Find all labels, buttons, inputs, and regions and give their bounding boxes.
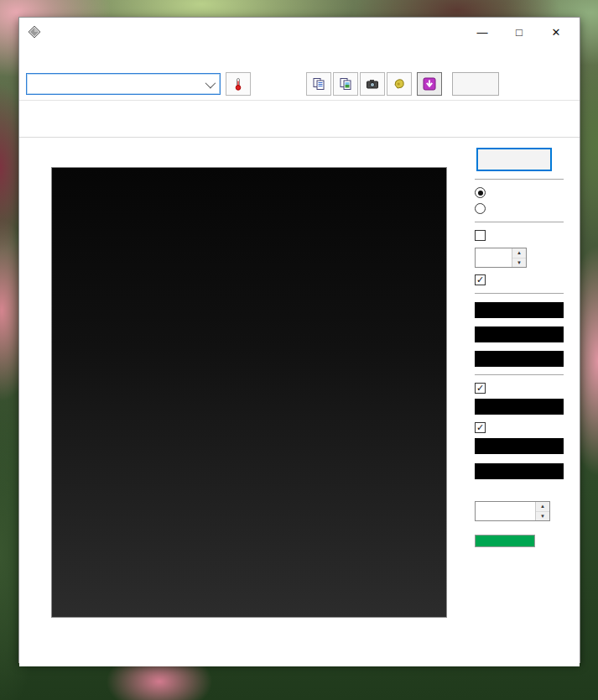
control-panel: ▲▼ ✓ ✓ ✓ (475, 148, 564, 547)
save-results-button[interactable] (417, 72, 442, 96)
title-bar: — □ ✕ (19, 18, 580, 46)
temperature-button[interactable] (226, 72, 251, 96)
donate-button[interactable] (387, 72, 412, 96)
maximize-button[interactable]: □ (507, 23, 531, 41)
spin-up-icon[interactable]: ▲ (536, 502, 549, 512)
copy-text-icon (312, 77, 325, 91)
max-value (475, 326, 564, 342)
pass-count-spinner[interactable]: ▲▼ (475, 501, 550, 521)
menu-help[interactable] (39, 54, 53, 60)
camera-icon (366, 77, 379, 91)
desktop: { "window": { "title": "HD Tune Pro 5.75… (0, 0, 598, 700)
start-button[interactable] (476, 148, 552, 171)
read-radio[interactable] (475, 187, 564, 198)
cpu-usage-value (475, 463, 564, 479)
access-time-value (475, 399, 564, 415)
write-radio[interactable] (475, 203, 564, 214)
separator (475, 179, 564, 180)
checkbox-checked-icon: ✓ (475, 422, 486, 433)
close-button[interactable]: ✕ (544, 23, 568, 41)
chevron-down-icon (205, 77, 216, 88)
minimize-button[interactable]: — (471, 23, 494, 41)
copy-image-icon (339, 77, 352, 91)
tab-strip (19, 101, 580, 138)
copy-image-button[interactable] (333, 72, 358, 96)
menu-file[interactable] (26, 54, 39, 60)
toolbar (19, 68, 580, 101)
spin-up-icon[interactable]: ▲ (512, 248, 526, 259)
benchmark-plot (51, 167, 447, 618)
radio-selected-icon (475, 187, 486, 198)
spin-down-icon[interactable]: ▼ (512, 259, 526, 268)
burst-rate-checkbox[interactable]: ✓ (475, 422, 564, 433)
short-stroke-value (476, 248, 512, 267)
access-time-checkbox[interactable]: ✓ (475, 383, 564, 394)
transfer-rate-checkbox[interactable]: ✓ (475, 274, 564, 285)
download-icon (423, 77, 436, 91)
checkbox-checked-icon: ✓ (475, 383, 486, 394)
screenshot-button[interactable] (360, 72, 385, 96)
pass-count-value (476, 502, 535, 520)
spinner-arrows[interactable]: ▲▼ (512, 248, 526, 267)
exit-button[interactable] (452, 72, 499, 96)
benchmark-content: ▲▼ ✓ ✓ ✓ (19, 137, 580, 666)
radio-unselected-icon (475, 203, 486, 214)
min-value (475, 302, 564, 318)
separator (475, 222, 564, 222)
spin-down-icon[interactable]: ▼ (536, 512, 549, 521)
separator (475, 293, 564, 294)
app-window: — □ ✕ (18, 17, 580, 663)
checkbox-unchecked-icon (475, 230, 486, 241)
burst-rate-value (475, 438, 564, 454)
spinner-arrows[interactable]: ▲▼ (535, 502, 549, 520)
checkbox-checked-icon: ✓ (475, 274, 486, 285)
copy-text-button[interactable] (306, 72, 331, 96)
hand-icon (393, 77, 406, 91)
progress-fill (476, 535, 534, 546)
menu-bar (19, 46, 580, 68)
short-stroke-spinner[interactable]: ▲▼ (475, 248, 527, 268)
progress-bar (475, 535, 535, 547)
app-icon (28, 25, 41, 39)
device-dropdown[interactable] (26, 73, 221, 95)
thermometer-icon (231, 77, 245, 91)
separator (475, 374, 564, 375)
avg-value (475, 351, 564, 367)
short-stroke-checkbox[interactable] (475, 230, 564, 241)
